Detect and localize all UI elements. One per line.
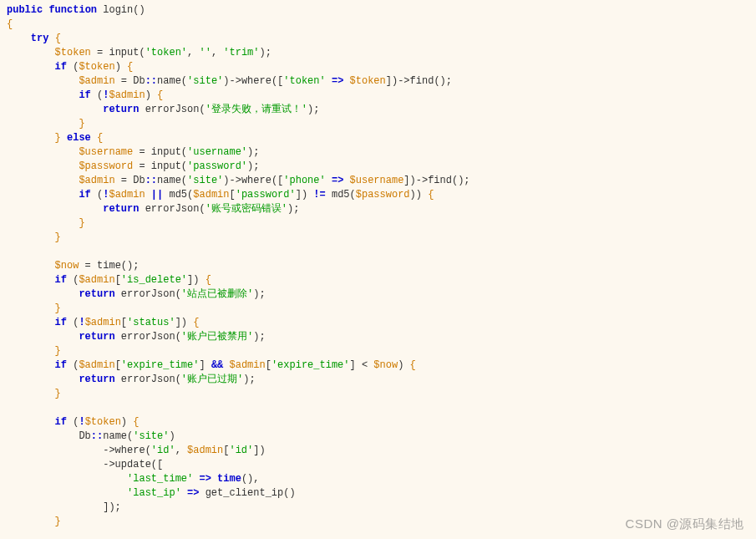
- code-token-brace: {: [55, 33, 61, 44]
- code-token-var: $admin: [79, 175, 114, 186]
- code-token-arrow: =>: [199, 473, 211, 485]
- code-token-brace: }: [55, 388, 61, 399]
- code-text: [: [115, 274, 121, 286]
- code-text: [7, 160, 79, 172]
- code-text: );: [253, 288, 265, 300]
- code-token-kw: return: [103, 203, 139, 215]
- code-token-kw: return: [79, 288, 114, 300]
- code-text: ): [121, 416, 133, 428]
- code-token-var: $now: [373, 359, 398, 371]
- code-text: errorJson(: [139, 203, 205, 215]
- code-token-kw: return: [79, 331, 114, 343]
- code-text: = input(: [91, 47, 145, 58]
- code-token-str: '登录失败，请重试！': [205, 104, 307, 115]
- code-text: = input(: [133, 160, 187, 172]
- code-text: = Db: [115, 175, 145, 186]
- code-line: }: [7, 231, 61, 243]
- code-token-kw2: if: [55, 61, 67, 73]
- code-token-str: 'password': [187, 160, 247, 172]
- code-token-str: 'trim': [223, 47, 259, 58]
- code-text: (),: [241, 473, 260, 485]
- code-text: [7, 231, 55, 243]
- code-token-arrow: =>: [332, 75, 343, 87]
- code-text: [181, 487, 187, 499]
- code-text: [7, 331, 79, 343]
- code-token-brace: }: [55, 132, 61, 144]
- code-token-arrow: =>: [187, 487, 199, 499]
- code-token-brace: {: [205, 274, 211, 286]
- code-token-kw2: else: [67, 132, 91, 144]
- code-text: [211, 473, 217, 485]
- code-token-brace: }: [55, 516, 61, 527]
- code-text: ])->find();: [403, 175, 469, 186]
- code-token-str: 'status': [127, 317, 175, 328]
- code-token-var: $admin: [193, 189, 229, 201]
- code-text: = Db: [115, 75, 145, 87]
- code-text: [7, 146, 79, 158]
- code-text: (: [91, 89, 103, 101]
- code-token-str: '账号或密码错误': [205, 203, 287, 215]
- code-text: [7, 217, 79, 229]
- code-text: [7, 416, 55, 428]
- code-token-str: 'expire_time': [121, 359, 200, 371]
- code-token-var: $admin: [187, 445, 223, 456]
- code-line: $token = input('token', '', 'trim');: [7, 47, 271, 58]
- code-text: [7, 33, 31, 44]
- code-text: ] <: [350, 359, 374, 371]
- code-token-dcolon: ::: [91, 430, 103, 442]
- code-text: [7, 175, 79, 186]
- code-text: [7, 75, 79, 87]
- code-line: if (!$admin || md5($admin['password']) !…: [7, 189, 434, 201]
- code-token-var: $token: [350, 75, 386, 87]
- code-token-brace: }: [55, 345, 61, 357]
- code-text: (: [67, 274, 79, 286]
- code-token-var: $admin: [79, 274, 114, 286]
- code-line: ]);: [7, 501, 121, 513]
- code-token-str: 'expire_time': [271, 359, 350, 371]
- code-token-kw: time: [217, 473, 241, 485]
- code-token-var: $admin: [79, 75, 114, 87]
- code-token-var: $password: [356, 189, 410, 201]
- code-text: [7, 516, 55, 527]
- code-text: ->where(: [7, 445, 151, 456]
- code-text: ]): [253, 445, 265, 456]
- code-text: );: [253, 331, 265, 343]
- code-token-var: $username: [79, 146, 133, 158]
- code-token-str: 'site': [187, 175, 223, 186]
- code-token-dcolon: ::: [145, 175, 157, 186]
- code-token-var: $now: [55, 260, 79, 272]
- code-line: $now = time();: [7, 260, 139, 272]
- code-text: ): [169, 430, 175, 442]
- code-text: [7, 118, 79, 130]
- code-text: get_client_ip(): [199, 487, 295, 499]
- code-text: md5(: [163, 189, 193, 201]
- code-token-var: $username: [350, 175, 404, 186]
- code-token-var: $admin: [229, 359, 265, 371]
- code-token-kw2: if: [55, 274, 67, 286]
- code-line: } else {: [7, 132, 103, 144]
- code-text: );: [247, 160, 259, 172]
- code-text: errorJson(: [139, 104, 205, 115]
- code-line: 'last_time' => time(),: [7, 473, 259, 485]
- code-token-str: 'token': [283, 75, 325, 87]
- code-token-var: $token: [79, 61, 114, 73]
- code-line: }: [7, 303, 61, 314]
- code-token-brace: }: [55, 231, 61, 243]
- code-line: return errorJson('登录失败，请重试！');: [7, 104, 319, 115]
- code-text: [343, 175, 349, 186]
- code-token-kw: return: [103, 104, 139, 115]
- code-line: }: [7, 345, 61, 357]
- code-text: )): [410, 189, 429, 201]
- code-line: $username = input('username');: [7, 146, 259, 158]
- code-text: [7, 104, 103, 115]
- code-token-arrow: =>: [332, 175, 343, 186]
- code-text: [7, 317, 55, 328]
- code-token-var: $password: [79, 160, 133, 172]
- code-line: $admin = Db::name('site')->where(['phone…: [7, 175, 470, 186]
- code-text: [91, 132, 97, 144]
- code-text: ]: [199, 359, 211, 371]
- code-text: = input(: [133, 146, 187, 158]
- code-text: (: [67, 416, 79, 428]
- code-text: [7, 189, 79, 201]
- code-token-brace: {: [428, 189, 434, 201]
